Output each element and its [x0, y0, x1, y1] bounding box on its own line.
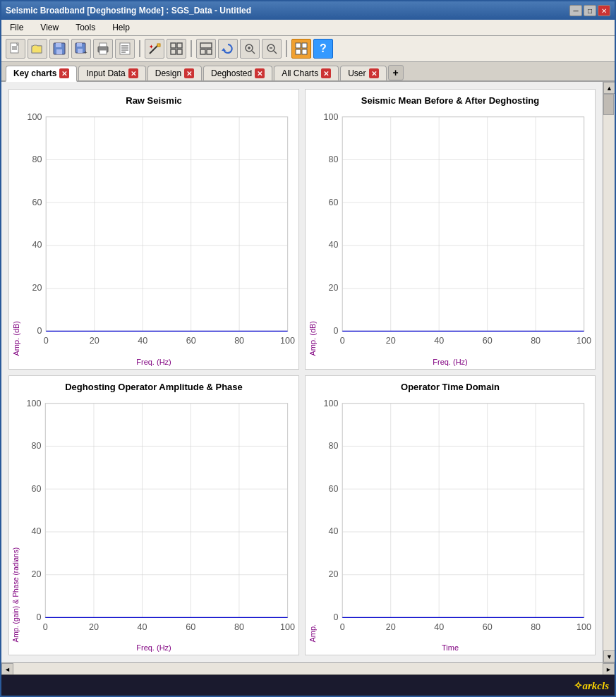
separator-1	[139, 40, 140, 57]
chart-seismic-mean-svg: 0 20 40 60 80 100 0 20 40 60	[318, 109, 592, 356]
tab-input-data-label: Input Data	[86, 68, 125, 78]
minimize-button[interactable]: ─	[569, 5, 582, 16]
scroll-left-button[interactable]: ◄	[1, 663, 13, 674]
report-button[interactable]	[115, 39, 135, 59]
main-content: Raw Seismic Amp. (dB)	[1, 82, 615, 674]
tab-deghosted[interactable]: Deghosted ✕	[203, 66, 272, 80]
svg-text:20: 20	[329, 283, 339, 293]
svg-rect-29	[207, 49, 212, 54]
separator-2	[191, 40, 192, 57]
svg-text:80: 80	[32, 440, 42, 450]
chart-deghosting-operator-svg: 0 20 40 60 80 100 0 20 40 60	[21, 395, 296, 643]
tab-user-close[interactable]: ✕	[369, 68, 379, 78]
grid-button[interactable]	[167, 39, 186, 59]
svg-rect-26	[177, 49, 182, 54]
tab-deghosted-label: Deghosted	[211, 68, 252, 78]
refresh-button[interactable]	[218, 39, 238, 59]
svg-rect-14	[99, 50, 107, 54]
tab-key-charts-close[interactable]: ✕	[59, 68, 69, 78]
tab-all-charts[interactable]: All Charts ✕	[274, 66, 339, 80]
chart-view-button[interactable]	[291, 39, 311, 59]
svg-rect-42	[46, 117, 287, 332]
svg-text:40: 40	[138, 621, 147, 631]
wand-button[interactable]: ✦	[145, 39, 164, 59]
svg-text:100: 100	[576, 622, 591, 631]
title-bar: Seismic Broadband [Deghosting Mode] : SG…	[1, 1, 615, 20]
svg-text:80: 80	[531, 336, 540, 346]
h-scroll-track	[13, 663, 603, 674]
svg-rect-39	[302, 43, 307, 48]
chart-deghosting-operator-title: Deghosting Operator Amplitude & Phase	[65, 382, 243, 392]
scroll-down-button[interactable]: ▼	[603, 650, 615, 662]
menu-tools[interactable]: Tools	[70, 21, 101, 34]
chart-operator-time-ylabel: Amp.	[308, 395, 317, 643]
help-button[interactable]: ?	[313, 39, 333, 59]
menu-file[interactable]: File	[4, 21, 29, 34]
svg-text:60: 60	[329, 483, 339, 493]
menu-bar: File View Tools Help	[1, 20, 615, 36]
new-button[interactable]	[6, 39, 25, 59]
svg-text:100: 100	[576, 336, 591, 346]
svg-text:80: 80	[531, 622, 540, 631]
footer: ✧arkcls	[1, 674, 615, 696]
scroll-up-button[interactable]: ▲	[603, 82, 615, 94]
print-button[interactable]	[93, 39, 113, 59]
svg-rect-6	[56, 43, 61, 47]
menu-help[interactable]: Help	[107, 21, 135, 34]
tab-deghosted-close[interactable]: ✕	[255, 68, 265, 78]
chart-raw-seismic-title: Raw Seismic	[126, 95, 182, 106]
svg-text:40: 40	[434, 336, 444, 346]
svg-text:60: 60	[32, 483, 42, 493]
tab-input-data-close[interactable]: ✕	[128, 68, 138, 78]
tab-user[interactable]: User ✕	[340, 66, 386, 80]
svg-text:40: 40	[329, 240, 339, 250]
scrollbar-horizontal: ◄ ►	[1, 662, 615, 674]
tab-add-button[interactable]: +	[388, 65, 404, 80]
logo: ✧arkcls	[574, 679, 610, 692]
open-button[interactable]	[28, 39, 47, 59]
chart-deghosting-operator: Deghosting Operator Amplitude & Phase Am…	[8, 375, 299, 656]
svg-rect-23	[171, 43, 176, 48]
save-as-button[interactable]: +	[71, 39, 91, 59]
svg-rect-38	[296, 43, 301, 48]
maximize-button[interactable]: □	[584, 5, 596, 16]
app-window: Seismic Broadband [Deghosting Mode] : SG…	[0, 0, 616, 697]
toolbar: + ✦ ?	[1, 36, 615, 62]
zoom-in-button[interactable]	[240, 39, 260, 59]
scroll-thumb[interactable]	[603, 94, 614, 115]
scrollbar-vertical[interactable]: ▲ ▼	[603, 82, 615, 662]
chart-raw-seismic: Raw Seismic Amp. (dB)	[8, 89, 299, 370]
svg-text:80: 80	[32, 154, 42, 164]
svg-text:20: 20	[32, 283, 42, 293]
svg-text:0: 0	[334, 326, 339, 336]
chart-seismic-mean: Seismic Mean Before & After Deghosting A…	[305, 89, 596, 370]
close-button[interactable]: ✕	[598, 5, 610, 16]
tab-key-charts[interactable]: Key charts ✕	[6, 66, 77, 82]
layout-button[interactable]	[196, 39, 216, 59]
tab-design-close[interactable]: ✕	[184, 68, 194, 78]
save-button[interactable]	[49, 39, 69, 59]
title-bar-controls: ─ □ ✕	[569, 5, 610, 16]
chart-seismic-mean-xlabel: Freq. (Hz)	[308, 358, 592, 366]
svg-text:100: 100	[27, 398, 42, 408]
scroll-right-button[interactable]: ►	[603, 663, 615, 674]
chart-raw-seismic-svg: 0 20 40 60 80 100 0 20 40	[22, 109, 296, 356]
tab-all-charts-close[interactable]: ✕	[321, 68, 331, 78]
menu-view[interactable]: View	[35, 21, 64, 34]
svg-text:40: 40	[329, 526, 339, 536]
svg-rect-10	[78, 49, 83, 53]
tab-design[interactable]: Design ✕	[147, 66, 202, 80]
svg-text:100: 100	[280, 621, 295, 631]
tab-input-data[interactable]: Input Data ✕	[78, 66, 145, 80]
svg-text:60: 60	[483, 622, 493, 631]
svg-rect-15	[120, 43, 130, 54]
chart-operator-time: Operator Time Domain Amp.	[305, 375, 596, 656]
svg-text:100: 100	[28, 112, 42, 122]
svg-text:40: 40	[32, 526, 42, 536]
zoom-out-button[interactable]	[262, 39, 282, 59]
svg-line-32	[252, 51, 255, 54]
svg-text:40: 40	[138, 336, 147, 346]
svg-text:20: 20	[329, 569, 339, 579]
svg-rect-65	[342, 117, 584, 332]
svg-text:0: 0	[43, 621, 48, 631]
